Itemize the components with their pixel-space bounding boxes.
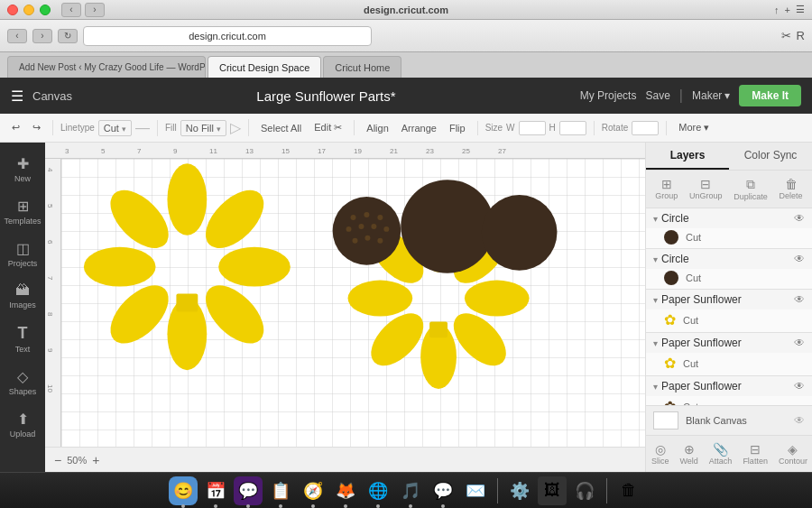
linetype-value[interactable]: Cut ▾ xyxy=(98,120,132,136)
browser-forward[interactable]: › xyxy=(32,29,52,43)
mac-window-controls[interactable] xyxy=(7,5,51,15)
make-it-button[interactable]: Make It xyxy=(739,85,801,106)
attach-tool[interactable]: 📎 Attach xyxy=(704,439,738,468)
dock-mail[interactable]: ✉️ xyxy=(461,476,490,505)
forward-button[interactable]: › xyxy=(85,3,105,17)
sidebar-item-projects[interactable]: ◫ Projects xyxy=(3,235,42,273)
my-projects-button[interactable]: My Projects xyxy=(580,89,637,102)
layer-circle-2-header[interactable]: ▾ Circle 👁 xyxy=(646,249,812,269)
visibility-toggle[interactable]: 👁 xyxy=(794,253,805,265)
fill-value[interactable]: No Fill ▾ xyxy=(180,120,226,136)
maker-dropdown[interactable]: Maker ▾ xyxy=(692,89,730,102)
dock-finder[interactable]: 😊 xyxy=(169,476,198,505)
more-button[interactable]: More ▾ xyxy=(674,120,714,135)
ungroup-tool[interactable]: ⊟ UnGroup xyxy=(686,175,726,203)
sidebar-toggle-icon[interactable]: ☰ xyxy=(796,4,805,15)
fill-color-swatch[interactable]: — xyxy=(135,120,150,136)
tab-color-sync[interactable]: Color Sync xyxy=(729,143,812,170)
sidebar-item-templates[interactable]: ⊞ Templates xyxy=(3,192,42,231)
add-tab-icon[interactable]: + xyxy=(785,5,790,15)
dock-preferences[interactable]: ⚙️ xyxy=(505,476,534,505)
width-input[interactable] xyxy=(519,121,546,135)
visibility-toggle[interactable]: 👁 xyxy=(794,337,805,349)
dock-itunes[interactable]: 🎵 xyxy=(396,476,425,505)
align-button[interactable]: Align xyxy=(362,121,392,135)
delete-tool[interactable]: 🗑 Delete xyxy=(776,175,807,203)
back-button[interactable]: ‹ xyxy=(61,3,81,17)
address-bar[interactable]: design.cricut.com xyxy=(83,26,372,46)
tab-layers[interactable]: Layers xyxy=(646,143,729,170)
browser-toolbar: ‹ › ↻ design.cricut.com ✂ R xyxy=(0,20,812,52)
chevron-icon: ▾ xyxy=(653,214,658,224)
visibility-toggle[interactable]: 👁 xyxy=(794,380,805,393)
group-tool[interactable]: ⊞ Group xyxy=(651,175,681,203)
minimize-button[interactable] xyxy=(23,5,34,15)
bookmark-icon: R xyxy=(797,29,805,42)
save-button[interactable]: Save xyxy=(645,89,669,102)
ruler-top: 3 5 7 9 11 13 15 17 19 21 23 25 27 xyxy=(45,143,645,159)
dock-something[interactable]: 📋 xyxy=(266,476,295,505)
flip-button[interactable]: Flip xyxy=(445,121,470,135)
weld-tool[interactable]: ⊕ Weld xyxy=(675,439,704,468)
fill-group: Fill No Fill ▾ ▷ xyxy=(165,119,249,136)
layer-paper-sunflower-3-content: ✿ Cut xyxy=(646,396,812,405)
visibility-toggle[interactable]: 👁 xyxy=(794,212,805,225)
svg-point-27 xyxy=(377,238,383,244)
dock-trash[interactable]: 🗑 xyxy=(614,476,643,505)
rotate-label: Rotate xyxy=(602,123,628,133)
layer-paper-sunflower-3-header[interactable]: ▾ Paper Sunflower 👁 xyxy=(646,376,812,396)
layer-circle-2-content: Cut xyxy=(646,269,812,289)
contour-tool[interactable]: ◈ Contour xyxy=(773,439,812,468)
sidebar-item-new[interactable]: ✚ New xyxy=(3,150,42,189)
hamburger-menu[interactable]: ☰ xyxy=(11,88,23,105)
panel-bottom-tools: ◎ Slice ⊕ Weld 📎 Attach ⊟ Flatten ◈ C xyxy=(646,435,812,472)
slice-tool[interactable]: ◎ Slice xyxy=(646,439,675,468)
zoom-in-button[interactable]: + xyxy=(92,453,99,467)
canvas-area[interactable]: 3 5 7 9 11 13 15 17 19 21 23 25 27 4 xyxy=(45,143,645,472)
arrange-group: Align Arrange Flip xyxy=(362,121,477,135)
svg-rect-17 xyxy=(429,321,448,337)
redo-button[interactable]: ↪ xyxy=(28,120,45,135)
dock-photos[interactable]: 🖼 xyxy=(538,476,567,505)
zoom-out-button[interactable]: − xyxy=(54,453,61,467)
visibility-toggle[interactable]: 👁 xyxy=(794,293,805,306)
duplicate-tool[interactable]: ⧉ Duplicate xyxy=(730,175,771,203)
share-icon[interactable]: ↑ xyxy=(774,5,780,15)
tab-cricut-home[interactable]: Cricut Home xyxy=(323,56,401,78)
flatten-tool[interactable]: ⊟ Flatten xyxy=(737,439,773,468)
dock-calendar[interactable]: 📅 xyxy=(201,476,230,505)
rotate-input[interactable] xyxy=(632,121,659,135)
tab-cricut-design[interactable]: Cricut Design Space xyxy=(208,56,321,78)
blank-canvas-visibility[interactable]: 👁 xyxy=(794,414,805,427)
maximize-button[interactable] xyxy=(40,5,51,15)
chevron-icon: ▾ xyxy=(653,382,658,392)
sidebar-item-upload[interactable]: ⬆ Upload xyxy=(3,405,42,444)
height-input[interactable] xyxy=(559,121,586,135)
dock-chrome[interactable]: 🌐 xyxy=(364,476,392,505)
dock-messages[interactable]: 💬 xyxy=(429,476,457,505)
arrange-button[interactable]: Arrange xyxy=(397,121,441,135)
layer-paper-sunflower-1-header[interactable]: ▾ Paper Sunflower 👁 xyxy=(646,290,812,309)
close-button[interactable] xyxy=(7,5,18,15)
sidebar-item-images[interactable]: 🏔 Images xyxy=(3,277,42,315)
edit-button[interactable]: Edit ✂ xyxy=(309,120,346,135)
tab-wordpress[interactable]: Add New Post ‹ My Crazy Good Life — Word… xyxy=(7,56,206,78)
browser-back[interactable]: ‹ xyxy=(7,29,27,43)
canvas-content[interactable] xyxy=(61,159,645,447)
dock-safari[interactable]: 🧭 xyxy=(299,476,328,505)
svg-point-15 xyxy=(348,281,413,317)
dock-slack[interactable]: 💬 xyxy=(234,476,263,505)
layer-paper-sunflower-2-header[interactable]: ▾ Paper Sunflower 👁 xyxy=(646,333,812,353)
browser-nav[interactable]: ‹ › xyxy=(61,3,105,17)
select-all-button[interactable]: Select All xyxy=(256,121,306,135)
layer-circle-1-header[interactable]: ▾ Circle 👁 xyxy=(646,208,812,228)
sidebar-item-text[interactable]: T Text xyxy=(3,319,42,359)
attach-icon: 📎 xyxy=(713,442,728,457)
layer-paper-sunflower-1: ▾ Paper Sunflower 👁 ✿ Cut xyxy=(646,290,812,333)
dock-firefox[interactable]: 🦊 xyxy=(331,476,360,505)
browser-refresh[interactable]: ↻ xyxy=(58,29,78,43)
dock-music[interactable]: 🎧 xyxy=(570,476,599,505)
undo-button[interactable]: ↩ xyxy=(7,120,24,135)
sidebar-item-shapes[interactable]: ◇ Shapes xyxy=(3,363,42,402)
sunflower-layer-icon: ✿ xyxy=(664,311,676,328)
